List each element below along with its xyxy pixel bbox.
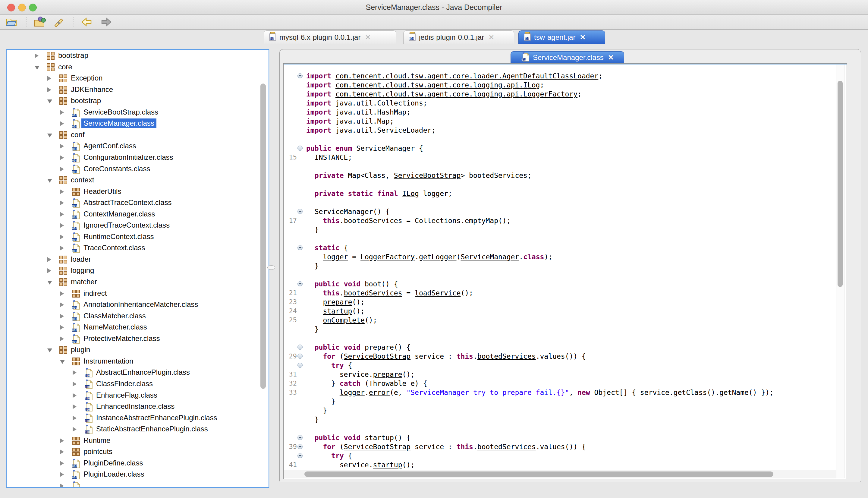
chevron-right-icon[interactable] xyxy=(72,427,77,432)
jar-tab-mysql-6.x-plugin-0.0.1.jar[interactable]: 010mysql-6.x-plugin-0.0.1.jar✕ xyxy=(264,30,396,44)
chevron-right-icon[interactable] xyxy=(60,291,64,296)
open-file-icon[interactable] xyxy=(5,16,18,28)
tree-item-CoreConstants.class[interactable]: 010CoreConstants.class xyxy=(6,164,269,175)
tree-item-NameMatcher.class[interactable]: 010NameMatcher.class xyxy=(6,322,269,333)
tree-item-indirect[interactable]: indirect xyxy=(6,288,269,299)
code-link[interactable]: logger xyxy=(323,253,348,261)
code-link[interactable]: ServiceBootStrap xyxy=(344,352,411,360)
tree-item-InstanceAbstractEnhancePlugin.class[interactable]: 010InstanceAbstractEnhancePlugin.class xyxy=(6,413,269,424)
code-link[interactable]: ServiceManager xyxy=(460,253,519,261)
code-vertical-scrollbar[interactable] xyxy=(836,65,844,478)
chevron-right-icon[interactable] xyxy=(60,449,64,454)
chevron-right-icon[interactable] xyxy=(47,88,51,92)
chevron-right-icon[interactable] xyxy=(60,235,64,239)
chevron-down-icon[interactable] xyxy=(47,179,52,183)
chevron-right-icon[interactable] xyxy=(60,337,64,341)
code-link[interactable]: ILog xyxy=(402,189,419,197)
code-link[interactable]: logger xyxy=(340,389,365,396)
tree-item-loader[interactable]: loader xyxy=(6,254,269,265)
chevron-down-icon[interactable] xyxy=(47,349,52,352)
code-link[interactable]: startup xyxy=(373,461,402,469)
code-tab-servicemanager[interactable]: 010 ServiceManager.class ✕ xyxy=(510,51,624,64)
tree-item-ContextManager.class[interactable]: 010ContextManager.class xyxy=(6,209,269,220)
code-horizontal-scrollbar[interactable] xyxy=(284,470,836,479)
fold-collapse-icon[interactable] xyxy=(297,363,303,368)
chevron-right-icon[interactable] xyxy=(60,121,64,126)
code-link[interactable]: com.tencent.cloud.tsw.agent.core.logging… xyxy=(335,81,540,89)
chevron-right-icon[interactable] xyxy=(60,484,64,488)
chevron-down-icon[interactable] xyxy=(47,100,52,103)
chevron-right-icon[interactable] xyxy=(60,438,64,443)
code-editor[interactable]: import com.tencent.cloud.tsw.agent.core.… xyxy=(283,63,847,479)
tree-item-logging[interactable]: logging xyxy=(6,265,269,276)
chevron-down-icon[interactable] xyxy=(35,66,39,70)
chevron-down-icon[interactable] xyxy=(60,360,65,364)
tree-item-plugin[interactable]: plugin xyxy=(6,344,269,356)
tree-item-partial[interactable]: 010 xyxy=(6,481,269,488)
chevron-down-icon[interactable] xyxy=(47,281,52,285)
tree-item-core[interactable]: core xyxy=(6,62,269,73)
fold-collapse-icon[interactable] xyxy=(297,73,303,78)
code-link[interactable]: LoggerFactory xyxy=(360,253,415,261)
tree-item-ServiceManager.class[interactable]: 010ServiceManager.class xyxy=(6,118,269,129)
chevron-right-icon[interactable] xyxy=(72,416,77,420)
tree-item-IgnoredTraceContext.class[interactable]: 010IgnoredTraceContext.class xyxy=(6,220,269,231)
close-icon[interactable]: ✕ xyxy=(488,34,494,41)
tree-item-ClassFinder.class[interactable]: 010ClassFinder.class xyxy=(6,379,269,390)
tree-item-EnhancedInstance.class[interactable]: 010EnhancedInstance.class xyxy=(6,401,269,412)
tree-item-ClassMatcher.class[interactable]: 010ClassMatcher.class xyxy=(6,311,269,322)
chevron-right-icon[interactable] xyxy=(35,53,39,58)
tree-scrollbar-thumb[interactable] xyxy=(261,83,266,389)
tree-item-ServiceBootStrap.class[interactable]: 010ServiceBootStrap.class xyxy=(6,107,269,118)
chevron-right-icon[interactable] xyxy=(60,223,64,228)
fold-collapse-icon[interactable] xyxy=(297,344,303,350)
chevron-right-icon[interactable] xyxy=(60,325,64,330)
chevron-right-icon[interactable] xyxy=(72,382,77,386)
tree-item-Runtime[interactable]: Runtime xyxy=(6,435,269,446)
fold-collapse-icon[interactable] xyxy=(297,281,303,286)
fold-collapse-icon[interactable] xyxy=(297,245,303,250)
tree-item-AbstractTraceContext.class[interactable]: 010AbstractTraceContext.class xyxy=(6,197,269,209)
chevron-down-icon[interactable] xyxy=(47,133,52,137)
fold-collapse-icon[interactable] xyxy=(297,146,303,151)
code-link[interactable]: prepare xyxy=(373,370,402,378)
tree-item-RuntimeContext.class[interactable]: 010RuntimeContext.class xyxy=(6,232,269,243)
code-link[interactable]: bootedServices xyxy=(344,217,402,225)
fold-collapse-icon[interactable] xyxy=(297,453,303,458)
tree-item-conf[interactable]: conf xyxy=(6,130,269,141)
chevron-right-icon[interactable] xyxy=(60,461,64,466)
tree-item-HeaderUtils[interactable]: HeaderUtils xyxy=(6,186,269,197)
jar-tab-jedis-plugin-0.0.1.jar[interactable]: 010jedis-plugin-0.0.1.jar✕ xyxy=(403,30,514,44)
tree-item-bootstrap[interactable]: bootstrap xyxy=(6,95,269,107)
code-horizontal-scrollbar-thumb[interactable] xyxy=(304,471,773,477)
tree-item-JDKEnhance[interactable]: JDKEnhance xyxy=(6,84,269,95)
tree-item-pointcuts[interactable]: pointcuts xyxy=(6,446,269,458)
tree-item-Instrumentation[interactable]: Instrumentation xyxy=(6,356,269,367)
chevron-right-icon[interactable] xyxy=(72,370,77,375)
tree-item-AnnotationInheritanceMatcher.class[interactable]: 010AnnotationInheritanceMatcher.class xyxy=(6,299,269,311)
chevron-right-icon[interactable] xyxy=(60,155,64,160)
code-link[interactable]: com.tencent.cloud.tsw.agent.core.logging… xyxy=(335,90,577,98)
close-icon[interactable]: ✕ xyxy=(579,34,586,41)
code-link[interactable]: startup xyxy=(323,307,352,315)
close-icon[interactable]: ✕ xyxy=(608,53,614,62)
chevron-right-icon[interactable] xyxy=(60,144,64,149)
package-tree-panel[interactable]: bootstrapcoreExceptionJDKEnhancebootstra… xyxy=(6,49,269,488)
code-vertical-scrollbar-thumb[interactable] xyxy=(838,81,843,287)
tree-item-PluginLoader.class[interactable]: 010PluginLoader.class xyxy=(6,469,269,480)
tree-item-context[interactable]: context xyxy=(6,175,269,186)
tree-item-bootstrap[interactable]: bootstrap xyxy=(6,50,269,62)
tree-item-ConfigurationInitializer.class[interactable]: 010ConfigurationInitializer.class xyxy=(6,152,269,163)
fold-collapse-icon[interactable] xyxy=(297,209,303,214)
code-link[interactable]: ServiceBootStrap xyxy=(394,171,461,179)
fold-collapse-icon[interactable] xyxy=(297,354,303,359)
forward-arrow-icon[interactable] xyxy=(99,16,113,28)
tree-item-PluginDefine.class[interactable]: 010PluginDefine.class xyxy=(6,458,269,469)
chevron-right-icon[interactable] xyxy=(47,268,51,273)
code-link[interactable]: getLogger xyxy=(419,253,457,261)
back-arrow-icon[interactable] xyxy=(80,16,93,28)
chevron-right-icon[interactable] xyxy=(60,314,64,319)
chevron-right-icon[interactable] xyxy=(47,257,51,262)
tree-item-StaticAbstractEnhancePlugin.class[interactable]: 010StaticAbstractEnhancePlugin.class xyxy=(6,424,269,435)
code-link[interactable]: loadService xyxy=(415,289,460,297)
